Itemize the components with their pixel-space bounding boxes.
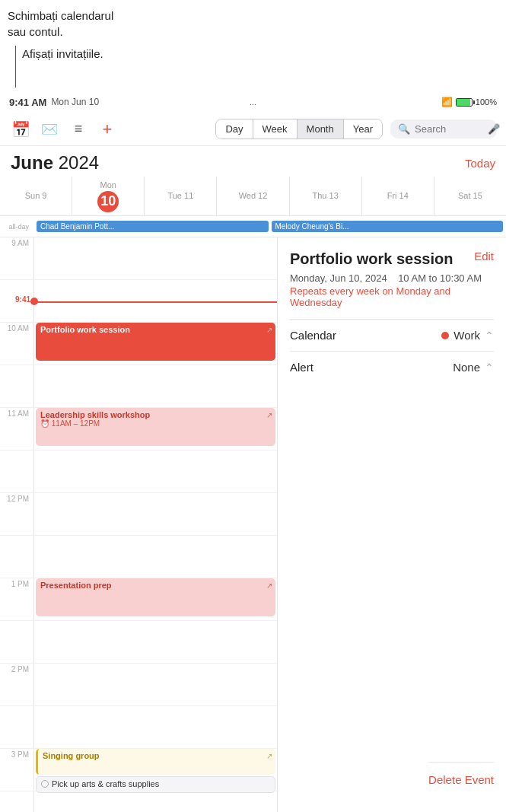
- timeline[interactable]: 9:41 9 AM 10 AM Portfolio work session ↗: [0, 237, 278, 812]
- detail-header: Portfolio work session Edit: [290, 250, 494, 268]
- allday-row: all-day Chad Benjamin Pott... Melody Che…: [0, 216, 506, 237]
- tooltip-line2: sau contul.: [8, 24, 113, 40]
- month-view-btn[interactable]: Month: [298, 119, 344, 139]
- time-slot-3pm: 3 PM Singing group ↗ Pick up arts & craf…: [0, 749, 277, 791]
- day-sun[interactable]: Sun 9: [0, 177, 72, 215]
- status-time: 9:41 AM: [9, 97, 46, 108]
- day-view-btn[interactable]: Day: [216, 119, 253, 139]
- day-thu[interactable]: Thu 13: [290, 177, 362, 215]
- crafts-task-title: Pick up arts & crafts supplies: [52, 779, 159, 788]
- day-name-fri: Fri 14: [387, 191, 409, 200]
- day-name-thu: Thu 13: [313, 191, 339, 200]
- event-date: Monday, Jun 10, 2024: [290, 272, 387, 284]
- allday-event-1[interactable]: Chad Benjamin Pott...: [37, 221, 269, 232]
- search-icon: 🔍: [398, 123, 410, 135]
- day-name-sun: Sun 9: [25, 191, 47, 200]
- today-button[interactable]: Today: [465, 157, 495, 170]
- detail-date: Monday, Jun 10, 2024 10 AM to 10:30 AM: [290, 272, 494, 284]
- portfolio-event[interactable]: Portfolio work session ↗: [36, 323, 275, 361]
- detail-panel: Portfolio work session Edit Monday, Jun …: [278, 237, 506, 812]
- calendar-value[interactable]: Work ⌃: [441, 329, 494, 342]
- list-icon-btn[interactable]: ≡: [67, 118, 90, 141]
- task-circle-icon: [41, 780, 49, 788]
- toolbar-icons: 📅 ✉️ ≡ +: [9, 118, 119, 141]
- slot-1pm: Presentation prep ↗: [33, 578, 277, 620]
- time-label-10am: 10 AM: [0, 323, 33, 333]
- time-slot-1030: [0, 365, 277, 408]
- time-label-230: [0, 706, 33, 708]
- alert-value[interactable]: None ⌃: [453, 361, 494, 374]
- day-wed[interactable]: Wed 12: [217, 177, 289, 215]
- time-slot-230: [0, 706, 277, 749]
- presentation-share-icon: ↗: [266, 581, 272, 590]
- year-view-btn[interactable]: Year: [344, 119, 382, 139]
- mic-icon[interactable]: 🎤: [488, 123, 500, 135]
- time-label-9am: 9 AM: [0, 237, 33, 247]
- time-slot-1pm: 1 PM Presentation prep ↗: [0, 578, 277, 621]
- calendar-value-text: Work: [453, 329, 480, 342]
- time-slot-130: [0, 621, 277, 664]
- slot-330: [33, 791, 277, 812]
- singing-event-title: Singing group: [43, 751, 271, 760]
- time-label-2pm: 2 PM: [0, 664, 33, 673]
- alert-value-text: None: [453, 361, 480, 374]
- day-mon[interactable]: Mon 10: [72, 177, 145, 215]
- detail-repeat: Repeats every week on Monday and Wednesd…: [290, 285, 494, 308]
- leadership-share-icon: ↗: [266, 411, 272, 419]
- day-name-tue: Tue 11: [167, 191, 193, 200]
- main-content: 9:41 9 AM 10 AM Portfolio work session ↗: [0, 237, 506, 812]
- status-date: Mon Jun 10: [51, 97, 99, 107]
- time-label-930: [0, 280, 33, 282]
- day-fri[interactable]: Fri 14: [362, 177, 434, 215]
- leadership-event-time: ⏰ 11AM – 12PM: [40, 419, 271, 428]
- status-right: 📶 100%: [441, 97, 497, 107]
- leadership-event-title: Leadership skills workshop: [40, 410, 271, 419]
- singing-share-icon: ↗: [266, 752, 272, 760]
- tooltip-area: Schimbați calendarul sau contul. Afișați…: [8, 8, 113, 88]
- presentation-event-title: Presentation prep: [40, 581, 271, 590]
- year-val: 2024: [59, 152, 99, 173]
- inbox-icon-btn[interactable]: ✉️: [38, 118, 61, 141]
- month-year-title: June 2024: [11, 152, 99, 174]
- leadership-event[interactable]: Leadership skills workshop ⏰ 11AM – 12PM…: [36, 408, 275, 446]
- week-view-btn[interactable]: Week: [253, 119, 298, 139]
- singing-event[interactable]: Singing group ↗: [36, 749, 275, 775]
- time-slot-1130: [0, 451, 277, 493]
- time-slot-9am: 9 AM: [0, 237, 277, 280]
- status-bar: 9:41 AM Mon Jun 10 ... 📶 100%: [0, 91, 506, 113]
- wifi-icon: 📶: [441, 97, 453, 107]
- time-slot-10am: 10 AM Portfolio work session ↗: [0, 323, 277, 365]
- presentation-event[interactable]: Presentation prep ↗: [36, 578, 275, 616]
- battery-fill: [457, 99, 470, 106]
- event-time: 10 AM to 10:30 AM: [398, 272, 482, 284]
- calendar-icon-btn[interactable]: 📅: [9, 118, 32, 141]
- edit-button[interactable]: Edit: [474, 250, 494, 263]
- time-label-130: [0, 621, 33, 623]
- crafts-task[interactable]: Pick up arts & crafts supplies: [36, 776, 275, 793]
- time-label-330: [0, 791, 33, 793]
- current-time-dot: [30, 298, 38, 305]
- toolbar: 📅 ✉️ ≡ + Day Week Month Year 🔍 🎤: [0, 113, 506, 146]
- slot-11am: Leadership skills workshop ⏰ 11AM – 12PM…: [33, 408, 277, 450]
- status-left: 9:41 AM Mon Jun 10: [9, 97, 99, 108]
- cal-header: June 2024 Today: [0, 146, 506, 177]
- plus-icon: +: [103, 119, 113, 139]
- delete-event-button[interactable]: Delete Event: [428, 762, 494, 797]
- day-sat[interactable]: Sat 15: [434, 177, 506, 215]
- time-label-1130: [0, 451, 33, 452]
- allday-event-2[interactable]: Melody Cheung's Bi...: [272, 221, 504, 232]
- time-label-1pm: 1 PM: [0, 578, 33, 588]
- month-name: June: [11, 152, 53, 173]
- day-num-mon: 10: [97, 191, 119, 212]
- day-name-mon: Mon: [100, 180, 116, 189]
- allday-events: Chad Benjamin Pott... Melody Cheung's Bi…: [33, 218, 506, 234]
- search-bar[interactable]: 🔍 🎤: [390, 119, 497, 139]
- slot-9am: [33, 237, 277, 279]
- time-slot-330: [0, 791, 277, 812]
- day-tue[interactable]: Tue 11: [145, 177, 217, 215]
- slot-130: [33, 621, 277, 663]
- slot-1130: [33, 451, 277, 492]
- search-input[interactable]: [415, 123, 483, 135]
- calendar-icon: 📅: [11, 120, 30, 139]
- add-event-btn[interactable]: +: [96, 118, 119, 141]
